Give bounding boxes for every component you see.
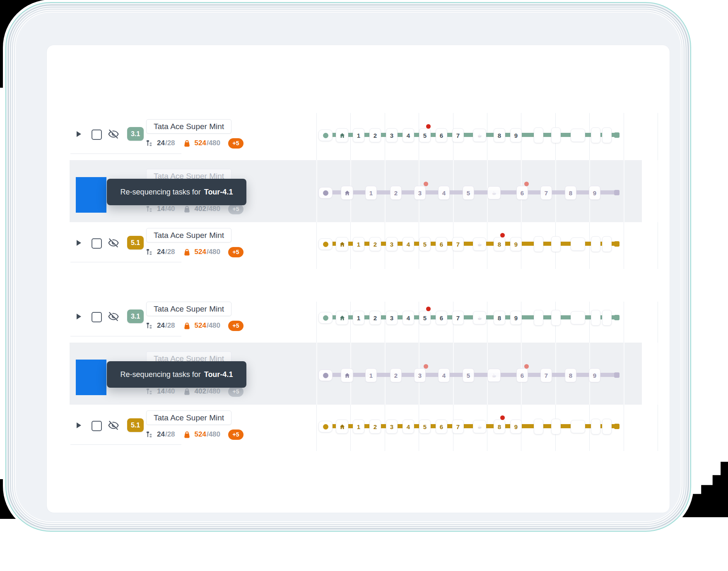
stop-chip[interactable]: 1	[365, 368, 377, 382]
stop-chip[interactable]: 9	[510, 128, 522, 142]
pending-stop-chip[interactable]	[602, 127, 612, 143]
stop-chip[interactable]: 8	[494, 237, 505, 251]
depot-chip[interactable]	[336, 237, 348, 251]
stop-chip[interactable]: 4	[403, 420, 414, 434]
break-chip[interactable]: ☕	[487, 186, 501, 199]
pending-stop-chip[interactable]	[571, 238, 585, 251]
pending-stop-chip[interactable]	[591, 236, 600, 252]
stop-chip[interactable]: 4	[403, 311, 414, 325]
break-chip[interactable]: ☕	[473, 129, 486, 142]
stop-chip[interactable]: 7	[540, 368, 552, 382]
pending-stop-chip[interactable]	[591, 310, 600, 326]
stop-chip[interactable]: 4	[403, 128, 414, 142]
expand-arrow[interactable]	[77, 422, 81, 428]
stop-chip[interactable]: 3	[414, 186, 426, 200]
stop-chip[interactable]: 7	[452, 237, 464, 251]
stop-chip[interactable]: 4	[438, 186, 450, 200]
row-checkbox[interactable]	[92, 130, 102, 140]
stop-chip[interactable]: 2	[390, 368, 402, 382]
stop-chip[interactable]: 7	[452, 420, 464, 434]
depot-chip[interactable]	[341, 368, 353, 382]
stop-chip[interactable]: 3	[386, 128, 398, 142]
more-tasks-badge[interactable]: +5	[228, 429, 243, 440]
pending-stop-chip[interactable]	[602, 310, 612, 326]
pending-stop-chip[interactable]	[571, 311, 585, 324]
stop-chip[interactable]: 6	[436, 420, 447, 434]
break-chip[interactable]: ☕	[487, 369, 501, 382]
stop-chip[interactable]: 5	[419, 311, 431, 325]
stop-chip[interactable]: 9	[510, 420, 522, 434]
stop-chip[interactable]: 9	[589, 186, 600, 200]
pending-stop-chip[interactable]	[571, 420, 585, 433]
depot-chip[interactable]	[336, 311, 348, 325]
more-tasks-badge[interactable]: +5	[228, 247, 243, 257]
eye-off-icon[interactable]	[108, 311, 119, 322]
stop-chip[interactable]: 4	[438, 368, 450, 382]
break-chip[interactable]: ☕	[473, 420, 486, 433]
pending-stop-chip[interactable]	[602, 419, 612, 434]
row-checkbox[interactable]	[92, 312, 102, 322]
row-checkbox[interactable]	[92, 421, 102, 431]
pending-stop-chip[interactable]	[591, 127, 600, 143]
stop-chip[interactable]: 8	[494, 420, 505, 434]
break-chip[interactable]: ☕	[473, 311, 486, 324]
stop-chip[interactable]: 5	[463, 186, 474, 200]
expand-arrow[interactable]	[77, 240, 81, 246]
stop-chip[interactable]: 6	[436, 128, 447, 142]
pending-stop-chip[interactable]	[571, 129, 585, 142]
stop-chip[interactable]: 8	[494, 128, 505, 142]
stop-chip[interactable]: 6	[436, 237, 447, 251]
stop-chip[interactable]: 2	[390, 186, 402, 200]
stop-chip[interactable]: 5	[463, 368, 474, 382]
stop-chip[interactable]: 1	[353, 311, 364, 325]
stop-chip[interactable]: 4	[403, 237, 414, 251]
stop-chip[interactable]: 8	[494, 311, 505, 325]
pending-stop-chip[interactable]	[591, 419, 600, 434]
pending-stop-chip[interactable]	[534, 310, 543, 326]
pending-stop-chip[interactable]	[551, 127, 561, 143]
vehicle-name[interactable]: Tata Ace Super Mint	[146, 410, 231, 425]
stop-chip[interactable]: 3	[414, 368, 426, 382]
depot-chip[interactable]	[336, 420, 348, 434]
stop-chip[interactable]: 6	[516, 186, 528, 200]
vehicle-name[interactable]: Tata Ace Super Mint	[146, 228, 231, 242]
stop-chip[interactable]: 3	[386, 420, 398, 434]
eye-off-icon[interactable]	[108, 420, 119, 431]
stop-chip[interactable]: 7	[452, 311, 464, 325]
stop-chip[interactable]: 9	[510, 237, 522, 251]
stop-chip[interactable]: 1	[365, 186, 377, 200]
stop-chip[interactable]: 5	[419, 237, 431, 251]
row-checkbox[interactable]	[92, 238, 102, 249]
pending-stop-chip[interactable]	[534, 236, 543, 252]
pending-stop-chip[interactable]	[551, 419, 561, 434]
pending-stop-chip[interactable]	[551, 236, 561, 252]
depot-chip[interactable]	[341, 186, 353, 200]
more-tasks-badge[interactable]: +5	[228, 138, 243, 149]
eye-off-icon[interactable]	[108, 238, 119, 248]
eye-off-icon[interactable]	[108, 129, 119, 139]
pending-stop-chip[interactable]	[534, 127, 543, 143]
expand-arrow[interactable]	[77, 314, 81, 319]
pending-stop-chip[interactable]	[602, 236, 612, 252]
expand-arrow[interactable]	[77, 131, 81, 137]
stop-chip[interactable]: 9	[510, 311, 522, 325]
break-chip[interactable]: ☕	[473, 238, 486, 251]
stop-chip[interactable]: 3	[386, 311, 398, 325]
stop-chip[interactable]: 9	[589, 368, 600, 382]
stop-chip[interactable]: 1	[353, 420, 364, 434]
pending-stop-chip[interactable]	[551, 310, 561, 326]
depot-chip[interactable]	[336, 128, 348, 142]
more-tasks-badge[interactable]: +5	[228, 386, 243, 397]
pending-stop-chip[interactable]	[534, 419, 543, 434]
stop-chip[interactable]: 2	[369, 420, 381, 434]
stop-chip[interactable]: 2	[369, 237, 381, 251]
stop-chip[interactable]: 8	[565, 186, 576, 200]
stop-chip[interactable]: 7	[540, 186, 552, 200]
stop-chip[interactable]: 8	[565, 368, 576, 382]
stop-chip[interactable]: 5	[419, 420, 431, 434]
stop-chip[interactable]: 7	[452, 128, 464, 142]
stop-chip[interactable]: 6	[436, 311, 447, 325]
stop-chip[interactable]: 3	[386, 237, 398, 251]
stop-chip[interactable]: 1	[353, 128, 364, 142]
stop-chip[interactable]: 5	[419, 128, 431, 142]
